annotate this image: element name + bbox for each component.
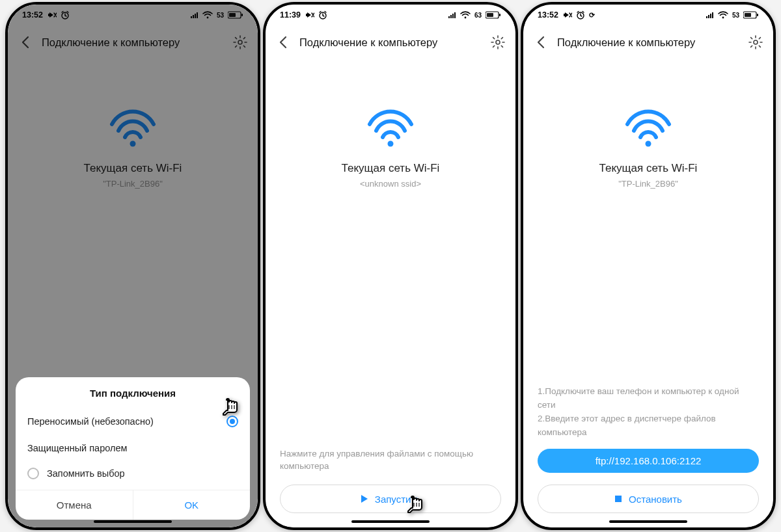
instructions: 1.Подключите ваш телефон и компьютер к о… bbox=[538, 385, 759, 440]
wifi-icon bbox=[367, 109, 414, 149]
ok-button[interactable]: OK bbox=[133, 490, 251, 520]
wifi-block: Текущая сеть Wi-Fi <unknown ssid> bbox=[342, 109, 440, 189]
ftp-address[interactable]: ftp://192.168.0.106:2122 bbox=[538, 449, 759, 473]
back-button[interactable] bbox=[532, 34, 549, 51]
stop-button-label: Остановить bbox=[629, 494, 682, 505]
gear-icon[interactable] bbox=[489, 34, 506, 51]
stop-button[interactable]: Остановить bbox=[538, 485, 759, 513]
option-portable[interactable]: Переносимый (небезопасно) bbox=[16, 408, 250, 435]
home-indicator[interactable] bbox=[609, 520, 687, 523]
dialog-title: Тип подключения bbox=[16, 388, 250, 399]
wifi-status-icon bbox=[460, 10, 471, 20]
connection-type-dialog: Тип подключения Переносимый (небезопасно… bbox=[16, 377, 250, 520]
status-time: 13:52 bbox=[538, 10, 558, 20]
start-button[interactable]: Запустить bbox=[280, 485, 501, 513]
wifi-ssid: "TP-Link_2B96" bbox=[599, 179, 698, 189]
start-button-label: Запустить bbox=[375, 494, 420, 505]
remember-checkbox[interactable] bbox=[27, 468, 39, 479]
option-secure-label: Защищенный паролем bbox=[27, 443, 127, 453]
status-bar: 13:52 ⟳ 53 bbox=[523, 5, 773, 25]
remember-row[interactable]: Запомнить выбор bbox=[16, 461, 250, 490]
wifi-label: Текущая сеть Wi-Fi bbox=[342, 162, 440, 175]
wifi-block: Текущая сеть Wi-Fi "TP-Link_2B96" bbox=[599, 109, 698, 189]
phone-1: 13:52 53 Подключение к компьютеру Текуща… bbox=[5, 2, 260, 530]
signal-icon bbox=[706, 11, 714, 19]
app-bar: Подключение к компьютеру bbox=[523, 25, 773, 59]
play-icon bbox=[361, 494, 368, 503]
alarm-icon bbox=[318, 10, 327, 20]
phone-2: 11:39 63 Подключение к компьютеру Текуща… bbox=[263, 2, 518, 530]
sync-icon: ⟳ bbox=[589, 11, 595, 20]
option-secure[interactable]: Защищенный паролем bbox=[16, 435, 250, 461]
remember-label: Запомнить выбор bbox=[47, 468, 125, 479]
battery-percent: 53 bbox=[732, 12, 739, 19]
battery-percent: 63 bbox=[474, 12, 482, 19]
wifi-label: Текущая сеть Wi-Fi bbox=[599, 162, 698, 175]
radio-portable[interactable] bbox=[226, 416, 238, 427]
gear-icon[interactable] bbox=[747, 34, 764, 51]
hint-text: Нажмите для управления файлами с помощью… bbox=[280, 447, 501, 473]
stop-icon bbox=[614, 495, 622, 503]
back-button[interactable] bbox=[275, 34, 292, 51]
page-title: Подключение к компьютеру bbox=[299, 36, 482, 49]
battery-icon bbox=[743, 11, 759, 19]
status-bar: 11:39 63 bbox=[266, 5, 515, 25]
wifi-ssid: <unknown ssid> bbox=[342, 179, 440, 189]
page-title: Подключение к компьютеру bbox=[557, 36, 739, 49]
mute-icon bbox=[305, 11, 314, 19]
mute-icon bbox=[562, 11, 572, 19]
alarm-icon bbox=[576, 10, 585, 20]
instruction-line-1: 1.Подключите ваш телефон и компьютер к о… bbox=[538, 385, 759, 412]
cancel-button[interactable]: Отмена bbox=[16, 490, 133, 520]
app-bar: Подключение к компьютеру bbox=[266, 25, 515, 59]
phone-3: 13:52 ⟳ 53 Подключение к компьютеру Теку… bbox=[521, 2, 776, 530]
battery-icon bbox=[486, 11, 501, 19]
instruction-line-2: 2.Введите этот адрес в диспетчере файлов… bbox=[538, 412, 759, 440]
signal-icon bbox=[448, 11, 456, 19]
option-portable-label: Переносимый (небезопасно) bbox=[27, 416, 154, 427]
svg-rect-11 bbox=[615, 496, 622, 502]
wifi-status-icon bbox=[718, 10, 728, 20]
status-time: 11:39 bbox=[280, 10, 301, 20]
wifi-icon bbox=[625, 109, 672, 149]
home-indicator[interactable] bbox=[351, 520, 430, 523]
